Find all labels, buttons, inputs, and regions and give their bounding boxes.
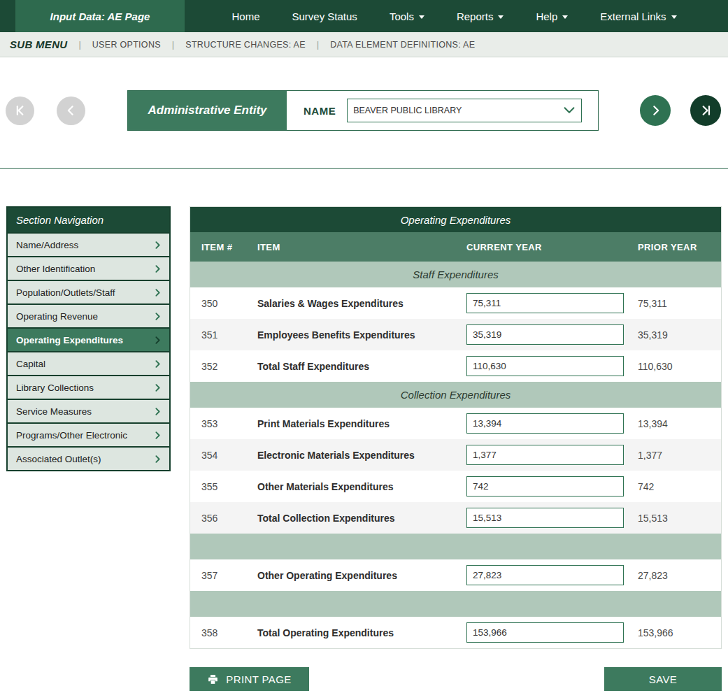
table-row-357: 357Other Operating Expenditures27,823 [190,559,721,591]
printer-icon [207,673,219,685]
dropdown-caret-icon [562,15,568,19]
table-row-355: 355Other Materials Expenditures742 [190,471,721,502]
sidebar-item-programs-other-electronic[interactable]: Programs/Other Electronic [8,422,169,446]
current-year-cell [466,565,638,585]
nav-item-label: External Links [600,10,666,22]
column-header-item: ITEM [257,242,466,252]
chevron-right-icon [153,312,162,321]
entity-name-select[interactable]: BEAVER PUBLIC LIBRARY [347,99,582,122]
chevron-down-icon [562,103,577,118]
table-row-356: 356Total Collection Expenditures15,513 [190,502,721,534]
print-page-button[interactable]: PRINT PAGE [190,667,309,691]
print-page-label: PRINT PAGE [226,673,291,685]
item-name-cell: Total Operating Expenditures [257,627,466,638]
sidebar-item-library-collections[interactable]: Library Collections [8,375,169,399]
chevron-right-icon [153,431,162,440]
table-row-350: 350Salaries & Wages Expenditures75,311 [190,287,721,319]
nav-item-reports[interactable]: Reports [457,10,504,22]
sidebar-item-associated-outlet-s[interactable]: Associated Outlet(s) [8,446,169,470]
save-button[interactable]: SAVE [604,667,722,691]
sidebar-title: Section Navigation [8,208,169,232]
chevron-right-icon [153,264,162,273]
sidebar-item-label: Population/Outlets/Staff [16,287,115,298]
current-year-input-353[interactable] [466,413,624,434]
sidebar-item-operating-expenditures[interactable]: Operating Expenditures [8,327,169,351]
section-header-collection-expenditures: Collection Expenditures [190,382,721,408]
table-title: Operating Expenditures [190,207,721,232]
previous-record-icon [64,103,78,117]
main-content: Section Navigation Name/AddressOther Ide… [0,206,728,649]
item-number-cell: 355 [201,481,257,492]
prior-year-value: 35,319 [638,329,710,341]
name-field-label: NAME [304,105,336,117]
table-row-354: 354Electronic Materials Expenditures1,37… [190,439,721,471]
current-year-input-357[interactable] [466,565,624,585]
table-row-358: 358Total Operating Expenditures153,966 [190,617,721,648]
current-year-input-352[interactable] [466,356,624,376]
sidebar-item-label: Capital [16,359,45,369]
dropdown-caret-icon [671,15,677,19]
chevron-right-icon [153,359,162,369]
last-record-icon [699,103,713,117]
top-navbar: Input Data: AE Page HomeSurvey StatusToo… [0,0,728,32]
current-year-input-358[interactable] [466,622,624,643]
last-record-button[interactable] [690,95,721,126]
sidebar-item-label: Operating Expenditures [16,335,123,345]
submenu-item-user-options[interactable]: USER OPTIONS [92,40,161,50]
previous-record-button[interactable] [57,97,85,125]
current-year-input-356[interactable] [466,508,624,528]
chevron-right-icon [153,336,162,345]
submenu-item-data-element-definitions-ae[interactable]: DATA ELEMENT DEFINITIONS: AE [330,40,475,50]
chevron-right-icon [153,455,162,464]
sidebar-item-name-address[interactable]: Name/Address [8,232,169,256]
next-record-button[interactable] [640,95,671,126]
sidebar-item-population-outlets-staff[interactable]: Population/Outlets/Staff [8,280,169,303]
tab-input-data-ae-page[interactable]: Input Data: AE Page [15,0,185,32]
column-header-current-year: CURRENT YEAR [466,242,638,252]
submenu-item-structure-changes-ae[interactable]: STRUCTURE CHANGES: AE [185,40,306,50]
item-number-cell: 351 [201,329,257,341]
item-name-cell: Total Staff Expenditures [257,361,466,372]
table-row-353: 353Print Materials Expenditures13,394 [190,408,721,439]
column-header-prior-year: PRIOR YEAR [638,242,710,252]
prior-year-value: 15,513 [638,513,710,524]
current-year-cell [466,356,638,376]
current-year-cell [466,413,638,434]
item-name-cell: Total Collection Expenditures [257,513,466,524]
nav-item-home[interactable]: Home [231,10,259,22]
current-year-cell [466,476,638,497]
column-header-item-number: ITEM # [201,242,257,252]
first-record-button[interactable] [6,97,34,125]
nav-item-help[interactable]: Help [536,10,568,22]
table-column-headers: ITEM # ITEM CURRENT YEAR PRIOR YEAR [190,232,721,262]
nav-item-survey-status[interactable]: Survey Status [292,10,357,22]
first-record-icon [13,103,27,117]
current-year-input-354[interactable] [466,445,624,465]
prior-year-value: 1,377 [638,450,710,461]
item-number-cell: 357 [201,570,257,581]
section-spacer-band [190,591,721,617]
nav-item-label: Tools [390,10,414,22]
sidebar-item-capital[interactable]: Capital [8,351,169,375]
nav-item-external-links[interactable]: External Links [600,10,676,22]
submenu-separator: | [172,39,174,50]
current-year-input-351[interactable] [466,324,624,345]
sidebar-item-label: Name/Address [16,240,78,250]
item-name-cell: Salaries & Wages Expenditures [257,298,466,309]
current-year-cell [466,508,638,528]
sidebar-items: Name/AddressOther IdentificationPopulati… [8,232,169,470]
sidebar-item-label: Library Collections [16,383,94,393]
sidebar-item-operating-revenue[interactable]: Operating Revenue [8,303,169,327]
footer-actions: PRINT PAGE SAVE [6,667,722,691]
current-year-cell [466,324,638,345]
prior-year-value: 153,966 [638,627,710,638]
dropdown-caret-icon [419,15,424,19]
item-number-cell: 352 [201,361,257,372]
sidebar-item-service-measures[interactable]: Service Measures [8,399,169,422]
sidebar-item-other-identification[interactable]: Other Identification [8,256,169,280]
current-year-input-355[interactable] [466,476,624,497]
nav-item-tools[interactable]: Tools [390,10,424,22]
current-year-input-350[interactable] [466,293,624,313]
item-name-cell: Other Materials Expenditures [257,481,466,492]
section-navigation-sidebar: Section Navigation Name/AddressOther Ide… [6,206,171,471]
